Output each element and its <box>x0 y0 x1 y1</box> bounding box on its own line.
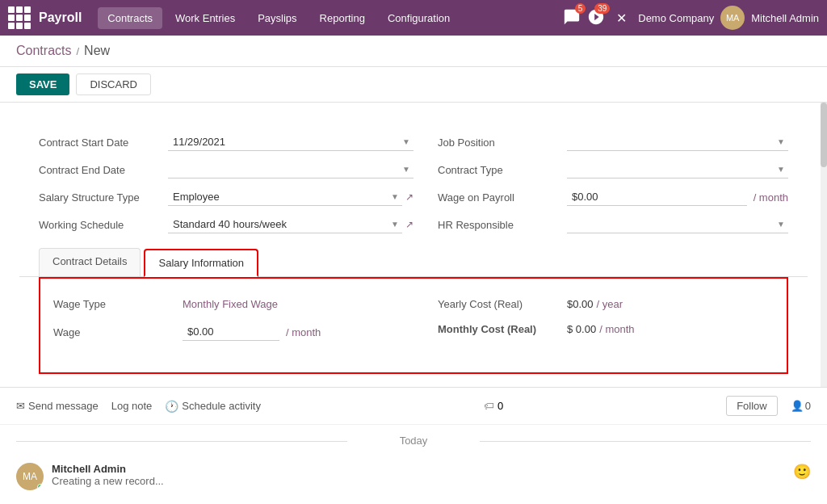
online-indicator <box>37 484 44 490</box>
app-brand: Payroll <box>39 10 82 25</box>
nav-work-entries[interactable]: Work Entries <box>166 7 245 29</box>
hr-responsible-input[interactable] <box>567 216 774 233</box>
tab-salary-information[interactable]: Salary Information <box>144 249 258 277</box>
wage-on-payroll-label: Wage on Payroll <box>438 191 567 204</box>
activity-button[interactable]: 39 <box>587 8 605 28</box>
tags-section: 🏷 0 <box>484 400 503 412</box>
scrollbar-track[interactable] <box>821 103 827 387</box>
discard-button[interactable]: DISCARD <box>76 74 151 95</box>
salary-structure-type-row: Salary Structure Type ▼ ↗ <box>39 183 414 211</box>
wage-on-payroll-field: $0.00 / month <box>567 188 788 206</box>
log-note-button[interactable]: Log note <box>111 400 153 412</box>
contract-end-date-row: Contract End Date ▼ <box>39 156 414 183</box>
message-text: Creating a new record... <box>52 475 785 487</box>
clock-icon: 🕐 <box>165 400 178 413</box>
contract-start-date-input-wrapper[interactable]: ▼ <box>168 133 414 151</box>
messages-count: 5 <box>575 3 586 14</box>
nav-configuration[interactable]: Configuration <box>378 7 460 29</box>
salary-structure-type-input[interactable] <box>168 188 388 205</box>
message-avatar: MA <box>16 463 44 490</box>
wage-type-label: Wage Type <box>53 298 183 310</box>
message-icon: ✉ <box>16 400 25 412</box>
wage-input[interactable] <box>183 323 279 341</box>
wage-type-value[interactable]: Monthly Fixed Wage <box>183 298 278 310</box>
tabs-bar: Contract Details Salary Information <box>19 238 808 277</box>
save-button[interactable]: SAVE <box>16 74 69 95</box>
contract-end-date-input[interactable] <box>168 161 399 178</box>
wage-row: Wage / month <box>53 317 414 347</box>
contract-end-date-input-wrapper[interactable]: ▼ <box>168 161 414 178</box>
chatter: ✉ Send message Log note 🕐 Schedule activ… <box>0 387 827 497</box>
contract-start-date-input[interactable] <box>168 133 399 150</box>
working-schedule-input[interactable] <box>168 216 388 233</box>
job-position-dropdown-icon: ▼ <box>774 137 788 146</box>
contract-start-date-field: ▼ <box>168 133 414 151</box>
contract-type-dropdown-icon: ▼ <box>774 165 788 174</box>
close-icon[interactable]: ✕ <box>611 10 632 26</box>
navbar-right: 5 39 ✕ Demo Company MA Mitchell Admin <box>563 6 819 30</box>
wage-on-payroll-value: $0.00 <box>567 188 747 206</box>
followers-section: 👤 0 <box>791 400 811 412</box>
chatter-message: MA Mitchell Admin Creating a new record.… <box>0 456 827 497</box>
contract-type-label: Contract Type <box>438 164 567 176</box>
contract-type-row: Contract Type ▼ <box>438 156 788 183</box>
tag-icon: 🏷 <box>484 400 494 412</box>
scrollbar-thumb[interactable] <box>821 103 827 167</box>
contract-type-input-wrapper[interactable]: ▼ <box>567 161 788 178</box>
monthly-cost-label: Monthly Cost (Real) <box>438 323 567 335</box>
working-schedule-dropdown-icon: ▼ <box>388 220 402 229</box>
nav-payslips[interactable]: Payslips <box>248 7 306 29</box>
wage-unit: / month <box>286 326 321 338</box>
contract-end-date-label: Contract End Date <box>39 164 168 176</box>
salary-tab-right: Yearly Cost (Real) $0.00 / year Monthly … <box>414 292 774 347</box>
breadcrumb-current: New <box>84 44 110 58</box>
salary-structure-dropdown-icon: ▼ <box>388 192 402 201</box>
activity-count: 39 <box>594 3 610 14</box>
schedule-activity-button[interactable]: 🕐 Schedule activity <box>165 400 261 413</box>
job-position-input-wrapper[interactable]: ▼ <box>567 133 788 151</box>
yearly-cost-value: $0.00 <box>567 298 594 310</box>
contract-start-date-row: Contract Start Date ▼ <box>39 128 414 156</box>
follow-button[interactable]: Follow <box>726 396 778 416</box>
working-schedule-label: Working Schedule <box>39 219 168 231</box>
wage-label: Wage <box>53 326 183 338</box>
wage-on-payroll-row: Wage on Payroll $0.00 / month <box>438 183 788 211</box>
date-dropdown-icon2: ▼ <box>399 165 414 174</box>
monthly-cost-unit: / month <box>599 323 634 335</box>
tab-contract-details[interactable]: Contract Details <box>39 248 141 276</box>
person-icon: 👤 <box>791 400 804 412</box>
message-content: Mitchell Admin Creating a new record... <box>52 463 785 487</box>
chatter-today-divider: Today <box>0 425 827 456</box>
salary-structure-type-input-wrapper[interactable]: ▼ <box>168 188 402 206</box>
schedule-activity-label: Schedule activity <box>182 400 261 412</box>
message-author: Mitchell Admin <box>52 463 785 475</box>
apps-grid-icon[interactable] <box>8 6 31 29</box>
today-label: Today <box>400 435 428 447</box>
working-schedule-input-wrapper[interactable]: ▼ <box>168 216 402 233</box>
contract-type-input[interactable] <box>567 161 774 178</box>
navbar: Payroll Contracts Work Entries Payslips … <box>0 0 827 36</box>
emoji-button[interactable]: 🙂 <box>793 463 811 481</box>
hr-responsible-input-wrapper[interactable]: ▼ <box>567 216 788 233</box>
working-schedule-ext-link-icon[interactable]: ↗ <box>405 219 414 230</box>
breadcrumb-parent[interactable]: Contracts <box>16 44 71 58</box>
monthly-cost-value: $ 0.00 <box>567 323 596 335</box>
tags-count: 0 <box>497 400 503 412</box>
wage-type-row: Wage Type Monthly Fixed Wage <box>53 292 414 317</box>
nav-reporting[interactable]: Reporting <box>310 7 375 29</box>
followers-count: 0 <box>805 400 811 412</box>
hr-responsible-dropdown-icon: ▼ <box>774 220 788 229</box>
salary-structure-ext-link-icon[interactable]: ↗ <box>405 191 414 203</box>
avatar[interactable]: MA <box>720 6 745 30</box>
yearly-cost-unit: / year <box>597 298 623 310</box>
company-name: Demo Company <box>638 12 714 24</box>
action-bar: SAVE DISCARD <box>0 67 827 103</box>
nav-contracts[interactable]: Contracts <box>98 7 162 29</box>
send-message-button[interactable]: ✉ Send message <box>16 400 99 412</box>
job-position-field: ▼ <box>567 133 788 151</box>
hr-responsible-row: HR Responsible ▼ <box>438 211 788 238</box>
contract-start-date-label: Contract Start Date <box>39 136 168 149</box>
working-schedule-row: Working Schedule ▼ ↗ <box>39 211 414 238</box>
messages-button[interactable]: 5 <box>563 8 581 28</box>
job-position-input[interactable] <box>567 133 774 150</box>
